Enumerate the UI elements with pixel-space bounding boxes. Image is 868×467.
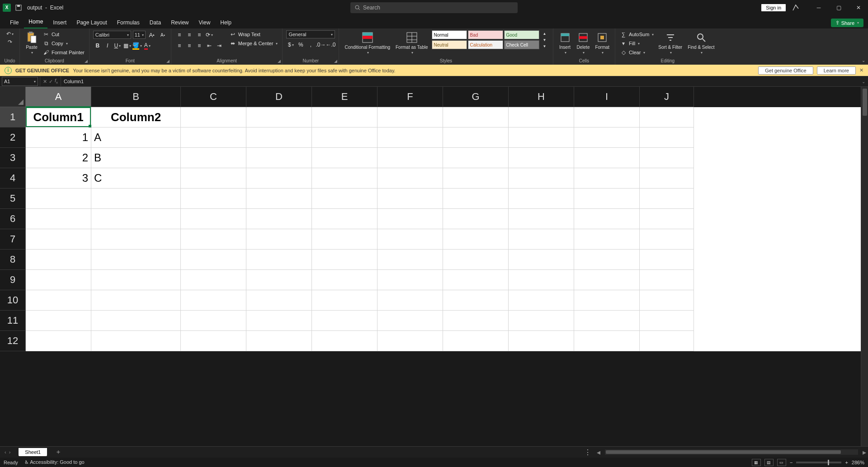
cells-area[interactable]: Column1Column21A2B3C xyxy=(26,107,861,351)
comma-icon[interactable]: , xyxy=(306,40,315,49)
cell-F7[interactable] xyxy=(377,229,443,250)
cell-D6[interactable] xyxy=(246,209,312,229)
shrink-font-icon[interactable]: A▾ xyxy=(158,30,167,39)
column-header-J[interactable]: J xyxy=(640,87,694,107)
cell-A1[interactable]: Column1 xyxy=(26,107,91,127)
cell-G2[interactable] xyxy=(443,127,509,148)
cell-H2[interactable] xyxy=(509,127,574,148)
row-header-1[interactable]: 1 xyxy=(0,107,26,127)
cell-G1[interactable] xyxy=(443,107,509,127)
column-header-A[interactable]: A xyxy=(26,87,91,107)
italic-button[interactable]: I xyxy=(103,41,112,50)
cell-F8[interactable] xyxy=(377,250,443,270)
cell-C4[interactable] xyxy=(181,168,246,189)
autosum-button[interactable]: ∑AutoSum▾ xyxy=(619,30,655,38)
expand-formula-bar-icon[interactable]: ⌄ xyxy=(859,79,868,84)
insert-cells-button[interactable]: Insert▾ xyxy=(557,30,573,56)
find-select-button[interactable]: Find & Select▾ xyxy=(686,30,716,56)
delete-cells-button[interactable]: Delete▾ xyxy=(575,30,592,56)
fill-color-button[interactable]: 🪣▾ xyxy=(133,41,142,50)
cell-G10[interactable] xyxy=(443,290,509,311)
cell-D2[interactable] xyxy=(246,127,312,148)
decimal-dec-icon[interactable]: ←.0 xyxy=(326,40,335,49)
cell-F12[interactable] xyxy=(377,331,443,351)
cell-D11[interactable] xyxy=(246,311,312,331)
tab-help[interactable]: Help xyxy=(216,17,236,28)
tab-insert[interactable]: Insert xyxy=(48,17,71,28)
styles-more-icon[interactable]: ▼ xyxy=(540,43,549,49)
clipboard-dialog-icon[interactable]: ◢ xyxy=(85,59,88,63)
cell-J7[interactable] xyxy=(640,229,694,250)
cell-H1[interactable] xyxy=(509,107,574,127)
column-header-I[interactable]: I xyxy=(574,87,640,107)
cell-I3[interactable] xyxy=(574,148,640,168)
cell-E11[interactable] xyxy=(312,311,377,331)
cell-I10[interactable] xyxy=(574,290,640,311)
font-color-button[interactable]: A▾ xyxy=(143,41,152,50)
cell-A5[interactable] xyxy=(26,189,91,209)
cell-A10[interactable] xyxy=(26,290,91,311)
cell-E2[interactable] xyxy=(312,127,377,148)
cell-D12[interactable] xyxy=(246,331,312,351)
column-header-E[interactable]: E xyxy=(312,87,377,107)
row-header-7[interactable]: 7 xyxy=(0,229,26,250)
cell-A8[interactable] xyxy=(26,250,91,270)
cell-D4[interactable] xyxy=(246,168,312,189)
tab-home[interactable]: Home xyxy=(24,16,47,28)
style-neutral[interactable]: Neutral xyxy=(432,40,467,49)
format-cells-button[interactable]: Format▾ xyxy=(593,30,611,56)
cell-H6[interactable] xyxy=(509,209,574,229)
tab-review[interactable]: Review xyxy=(166,17,193,28)
cell-E5[interactable] xyxy=(312,189,377,209)
cell-G5[interactable] xyxy=(443,189,509,209)
sheet-tab[interactable]: Sheet1 xyxy=(19,448,47,456)
row-header-9[interactable]: 9 xyxy=(0,270,26,290)
get-genuine-office-button[interactable]: Get genuine Office xyxy=(758,66,813,75)
fill-button[interactable]: ▾Fill▾ xyxy=(619,39,655,47)
font-size-combo[interactable]: 11▾ xyxy=(133,31,146,39)
grow-font-icon[interactable]: A▴ xyxy=(147,30,156,39)
align-middle-icon[interactable]: ≡ xyxy=(185,30,194,39)
cell-F3[interactable] xyxy=(377,148,443,168)
font-name-combo[interactable]: Calibri▾ xyxy=(93,31,131,39)
redo-icon[interactable]: ↷ xyxy=(6,38,14,46)
horizontal-scrollbar[interactable] xyxy=(605,449,858,455)
cell-B9[interactable] xyxy=(91,270,181,290)
cell-C6[interactable] xyxy=(181,209,246,229)
format-as-table-button[interactable]: Format as Table▾ xyxy=(394,30,430,56)
cell-C5[interactable] xyxy=(181,189,246,209)
cell-D10[interactable] xyxy=(246,290,312,311)
cell-B4[interactable]: C xyxy=(91,168,181,189)
cell-D8[interactable] xyxy=(246,250,312,270)
dismiss-warning-icon[interactable]: ✕ xyxy=(859,67,863,73)
cell-G3[interactable] xyxy=(443,148,509,168)
zoom-level[interactable]: 286% xyxy=(852,460,864,465)
cell-E1[interactable] xyxy=(312,107,377,127)
maximize-button[interactable]: ▢ xyxy=(832,5,845,11)
cell-E8[interactable] xyxy=(312,250,377,270)
cell-E6[interactable] xyxy=(312,209,377,229)
font-dialog-icon[interactable]: ◢ xyxy=(166,59,170,63)
name-box[interactable]: A1▾ xyxy=(2,77,38,86)
cell-A4[interactable]: 3 xyxy=(26,168,91,189)
cell-H5[interactable] xyxy=(509,189,574,209)
cell-B2[interactable]: A xyxy=(91,127,181,148)
cell-C9[interactable] xyxy=(181,270,246,290)
cell-B10[interactable] xyxy=(91,290,181,311)
cell-B11[interactable] xyxy=(91,311,181,331)
cell-H9[interactable] xyxy=(509,270,574,290)
page-layout-view-icon[interactable]: ▤ xyxy=(764,459,774,466)
column-header-C[interactable]: C xyxy=(181,87,246,107)
cell-D9[interactable] xyxy=(246,270,312,290)
cell-E12[interactable] xyxy=(312,331,377,351)
style-calculation[interactable]: Calculation xyxy=(468,40,503,49)
style-good[interactable]: Good xyxy=(504,30,539,39)
format-painter-button[interactable]: 🖌Format Painter xyxy=(42,48,85,57)
learn-more-button[interactable]: Learn more xyxy=(817,66,856,75)
cell-A7[interactable] xyxy=(26,229,91,250)
row-header-11[interactable]: 11 xyxy=(0,311,26,331)
cell-B8[interactable] xyxy=(91,250,181,270)
cell-F11[interactable] xyxy=(377,311,443,331)
style-normal[interactable]: Normal xyxy=(432,30,467,39)
tab-page-layout[interactable]: Page Layout xyxy=(72,17,111,28)
